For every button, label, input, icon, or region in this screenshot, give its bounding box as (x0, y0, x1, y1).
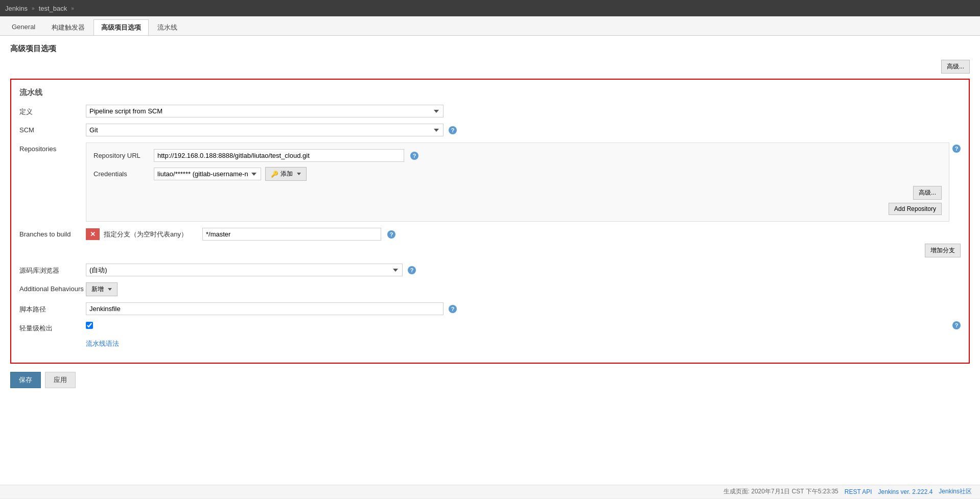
repo-url-info-icon: ? (410, 152, 418, 160)
repositories-control: Repository URL http://192.168.0.188:8888… (86, 142, 949, 222)
repo-url-input[interactable]: http://192.168.0.188:8888/gitlab/liutao/… (154, 149, 404, 162)
scm-browser-control: (自动) ? (86, 264, 961, 276)
tab-general[interactable]: General (4, 19, 43, 35)
tabs-bar: General 构建触发器 高级项目选项 流水线 (0, 16, 980, 36)
add-branch-row: 增加分支 (86, 244, 961, 257)
repositories-label: Repositories (19, 142, 86, 153)
branch-info-icon: ? (387, 230, 395, 239)
repo-advanced-button[interactable]: 高级... (913, 186, 942, 200)
main-content: General 构建触发器 高级项目选项 流水线 高级项目选项 高级... 流水… (0, 16, 980, 485)
top-nav: Jenkins » test_back » (0, 0, 980, 16)
add-credentials-button[interactable]: 🔑 添加 (265, 167, 307, 181)
nav-chevron-1: » (32, 6, 35, 11)
repositories-row: Repositories Repository URL http://192.1… (19, 142, 961, 222)
tab-advanced-options[interactable]: 高级项目选项 (94, 19, 149, 35)
additional-behaviours-label: Additional Behaviours (19, 282, 86, 293)
definition-label: 定义 (19, 105, 86, 116)
repo-url-row: Repository URL http://192.168.0.188:8888… (94, 149, 942, 162)
credentials-select[interactable]: liutao/****** (gitlab-username-name) (154, 168, 261, 180)
branches-control: ✕ 指定分支（为空时代表any） ? 增加分支 (86, 228, 961, 257)
scm-select[interactable]: Git None (86, 124, 444, 136)
footer-generated: 生成页面: 2020年7月1日 CST 下午5:23:35 (724, 487, 838, 496)
pipeline-grammar-link[interactable]: 流水线语法 (86, 339, 119, 348)
lightweight-checkbox-row (86, 322, 93, 329)
pipeline-grammar-spacer (19, 339, 86, 342)
definition-control: Pipeline script from SCM Pipeline script (86, 105, 961, 117)
script-path-row: 脚本路径 ? (19, 302, 961, 315)
pipeline-section: 流水线 定义 Pipeline script from SCM Pipeline… (10, 79, 970, 364)
additional-behaviours-row: Additional Behaviours 新增 (19, 282, 961, 296)
tab-build-triggers[interactable]: 构建触发器 (44, 19, 92, 35)
advanced-btn-row: 高级... (10, 60, 970, 74)
script-path-info-icon: ? (449, 305, 457, 313)
branches-label: Branches to build (19, 228, 86, 238)
key-icon: 🔑 (271, 171, 278, 178)
new-btn-label: 新增 (91, 285, 104, 294)
remove-branch-button[interactable]: ✕ (86, 228, 100, 240)
script-path-input[interactable] (86, 302, 444, 315)
repositories-info-icon: ? (952, 145, 961, 153)
lightweight-row: 轻量级检出 ? (19, 321, 961, 333)
lightweight-info-icon: ? (952, 321, 961, 329)
pipeline-section-label: 流水线 (19, 88, 961, 98)
scm-label: SCM (19, 124, 86, 134)
add-credentials-arrow (297, 173, 301, 175)
advanced-button[interactable]: 高级... (941, 60, 970, 74)
lightweight-checkbox[interactable] (86, 322, 93, 329)
action-buttons: 保存 应用 (10, 372, 970, 388)
repo-advanced-row: 高级... (94, 186, 942, 200)
scm-browser-info-icon: ? (408, 266, 416, 274)
scm-browser-label: 源码库浏览器 (19, 264, 86, 275)
scm-control: Git None ? (86, 124, 961, 136)
credentials-label: Credentials (94, 170, 150, 178)
add-repository-row: Add Repository (94, 203, 942, 215)
repositories-block: Repository URL http://192.168.0.188:8888… (86, 142, 949, 222)
nav-chevron-2: » (71, 6, 74, 11)
footer-community[interactable]: Jenkins社区 (939, 487, 972, 496)
scm-browser-row: 源码库浏览器 (自动) ? (19, 264, 961, 276)
nav-jenkins[interactable]: Jenkins (5, 5, 28, 12)
branch-specifier-label: 指定分支（为空时代表any） (104, 230, 198, 239)
add-credentials-label: 添加 (281, 170, 293, 178)
tab-pipeline[interactable]: 流水线 (150, 19, 185, 35)
script-path-control: ? (86, 302, 961, 315)
script-path-label: 脚本路径 (19, 302, 86, 314)
footer: 生成页面: 2020年7月1日 CST 下午5:23:35 REST API J… (0, 485, 980, 498)
apply-button[interactable]: 应用 (45, 372, 76, 388)
repo-url-label: Repository URL (94, 152, 150, 159)
new-btn-arrow (108, 288, 112, 291)
scm-info-icon: ? (449, 126, 457, 134)
save-button[interactable]: 保存 (10, 372, 41, 388)
branch-input[interactable] (202, 228, 381, 241)
branches-row: Branches to build ✕ 指定分支（为空时代表any） ? 增加分… (19, 228, 961, 257)
page-body: 高级项目选项 高级... 流水线 定义 Pipeline script from… (0, 36, 980, 396)
add-repository-button[interactable]: Add Repository (889, 203, 942, 215)
footer-rest-api[interactable]: REST API (845, 488, 872, 495)
scm-row: SCM Git None ? (19, 124, 961, 136)
lightweight-label: 轻量级检出 (19, 321, 86, 333)
lightweight-control: ? (86, 321, 961, 329)
nav-project[interactable]: test_back (39, 5, 67, 12)
definition-row: 定义 Pipeline script from SCM Pipeline scr… (19, 105, 961, 117)
definition-select[interactable]: Pipeline script from SCM Pipeline script (86, 105, 444, 117)
footer-jenkins-ver[interactable]: Jenkins ver. 2.222.4 (878, 488, 933, 495)
branch-entry: ✕ 指定分支（为空时代表any） ? (86, 228, 961, 241)
pipeline-grammar-row: 流水线语法 (19, 339, 961, 348)
scm-browser-select[interactable]: (自动) (86, 264, 403, 276)
credentials-row: Credentials liutao/****** (gitlab-userna… (94, 167, 942, 181)
additional-behaviours-control: 新增 (86, 282, 961, 296)
add-branch-button[interactable]: 增加分支 (925, 244, 961, 257)
page-title: 高级项目选项 (10, 44, 970, 54)
new-behaviour-button[interactable]: 新增 (86, 282, 118, 296)
